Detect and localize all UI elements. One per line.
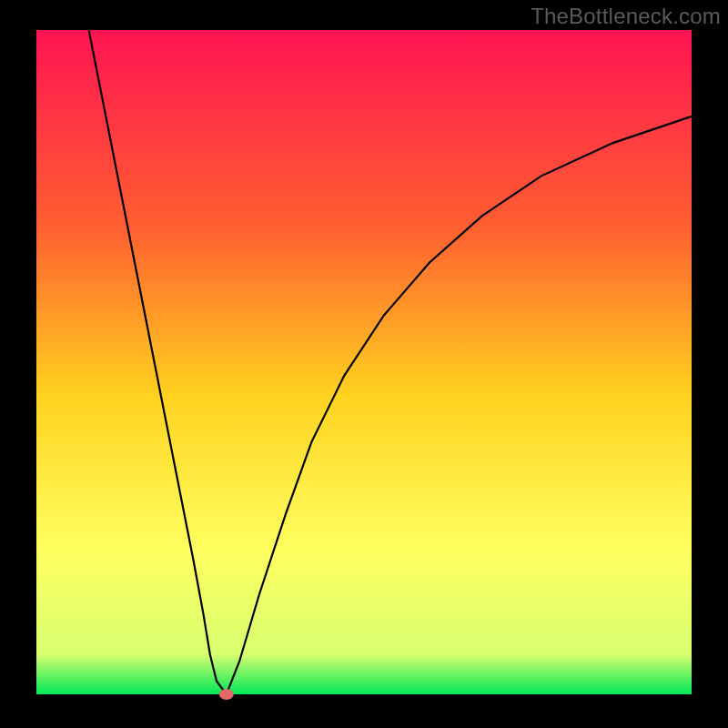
bottleneck-chart: [0, 0, 728, 728]
chart-container: TheBottleneck.com: [0, 0, 728, 728]
plot-area: [36, 30, 692, 694]
watermark-text: TheBottleneck.com: [531, 4, 721, 29]
optimal-point-marker: [219, 689, 234, 700]
